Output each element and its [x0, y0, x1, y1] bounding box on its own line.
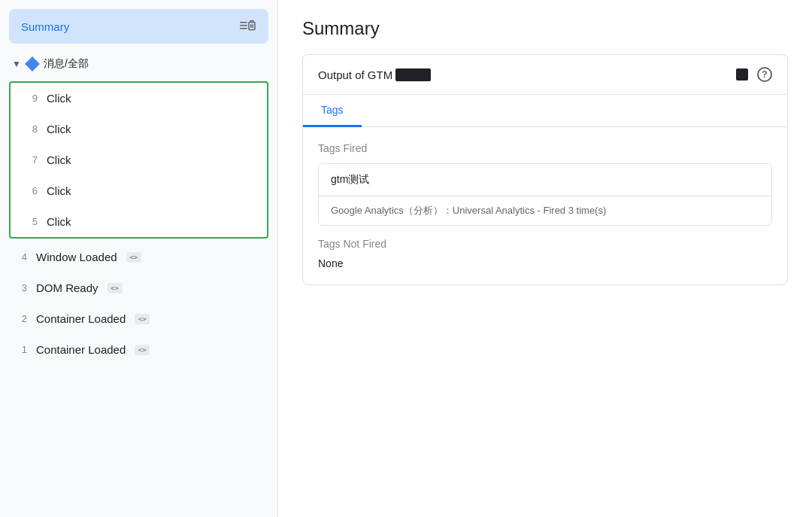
event-name: Click: [47, 215, 71, 228]
output-header: Output of GTM ████ ?: [303, 55, 787, 95]
event-item-4[interactable]: 4 Window Loaded <>: [0, 242, 277, 272]
event-name: Container Loaded: [36, 343, 126, 356]
event-number: 1: [15, 344, 27, 355]
tags-not-fired-section: Tags Not Fired None: [318, 238, 772, 269]
event-number: 7: [26, 154, 38, 166]
sidebar: Summary ▼ 消息/全部 9 Click 8 Click: [0, 0, 278, 517]
event-item-5[interactable]: 5 Click: [11, 206, 267, 237]
category-label: 消息/全部: [44, 57, 89, 71]
main-content: Summary Output of GTM ████ ? Tags Tags F…: [278, 0, 812, 517]
event-item-9[interactable]: 9 Click: [11, 83, 267, 114]
event-name: Click: [47, 154, 71, 166]
svg-rect-5: [250, 24, 252, 28]
event-name: Click: [47, 92, 71, 105]
output-title: Output of GTM ████: [318, 68, 727, 81]
event-name: Container Loaded: [36, 312, 126, 325]
event-name: Window Loaded: [36, 251, 117, 263]
help-icon[interactable]: ?: [757, 67, 772, 82]
output-title-redacted: ████: [395, 68, 431, 81]
category-row[interactable]: ▼ 消息/全部: [0, 50, 277, 78]
event-item-3[interactable]: 3 DOM Ready <>: [0, 272, 277, 303]
tags-fired-label: Tags Fired: [318, 142, 772, 154]
event-number: 3: [15, 282, 27, 293]
tag-card-name: gtm测试: [319, 164, 771, 196]
event-number: 4: [15, 251, 27, 263]
gtm-black-square-icon: [736, 68, 748, 81]
event-item-7[interactable]: 7 Click: [11, 144, 267, 175]
delete-filter-icon[interactable]: [240, 20, 256, 33]
event-number: 5: [26, 216, 38, 227]
arrow-down-icon: ▼: [12, 59, 21, 69]
sidebar-title: Summary: [21, 20, 69, 33]
tab-tags[interactable]: Tags: [303, 95, 362, 127]
event-name: Click: [47, 123, 71, 135]
event-number: 8: [26, 123, 38, 135]
svg-rect-1: [240, 25, 247, 26]
diamond-icon: [25, 56, 40, 71]
tag-card: gtm测试 Google Analytics（分析）：Universal Ana…: [318, 163, 772, 226]
tags-not-fired-label: Tags Not Fired: [318, 238, 772, 250]
code-icon: <>: [126, 252, 141, 263]
event-item-2[interactable]: 2 Container Loaded <>: [0, 303, 277, 334]
event-item-8[interactable]: 8 Click: [11, 114, 267, 144]
svg-rect-6: [253, 24, 254, 28]
code-icon: <>: [135, 314, 150, 324]
event-name: DOM Ready: [36, 281, 98, 294]
output-panel: Output of GTM ████ ? Tags Tags Fired gtm…: [302, 54, 788, 285]
tag-card-description: Google Analytics（分析）：Universal Analytics…: [319, 196, 771, 225]
output-title-prefix: Output of GTM: [318, 68, 392, 81]
tags-not-fired-value: None: [318, 257, 772, 269]
event-name: Click: [47, 184, 71, 197]
svg-rect-0: [240, 22, 247, 23]
page-title: Summary: [302, 18, 788, 39]
tabs-bar: Tags: [303, 95, 787, 127]
sidebar-header: Summary: [9, 9, 268, 44]
event-number: 2: [15, 313, 27, 324]
code-icon: <>: [135, 345, 150, 355]
svg-rect-3: [250, 20, 254, 22]
event-number: 9: [26, 93, 38, 104]
event-item-1[interactable]: 1 Container Loaded <>: [0, 334, 277, 365]
event-number: 6: [26, 185, 38, 196]
code-icon: <>: [108, 283, 123, 293]
selected-event-group: 9 Click 8 Click 7 Click 6 Click 5 Click: [9, 81, 268, 239]
svg-rect-4: [249, 23, 255, 30]
panel-body: Tags Fired gtm测试 Google Analytics（分析）：Un…: [303, 127, 787, 284]
event-item-6[interactable]: 6 Click: [11, 175, 267, 206]
svg-rect-2: [240, 28, 247, 29]
tab-tags-label: Tags: [321, 104, 344, 116]
